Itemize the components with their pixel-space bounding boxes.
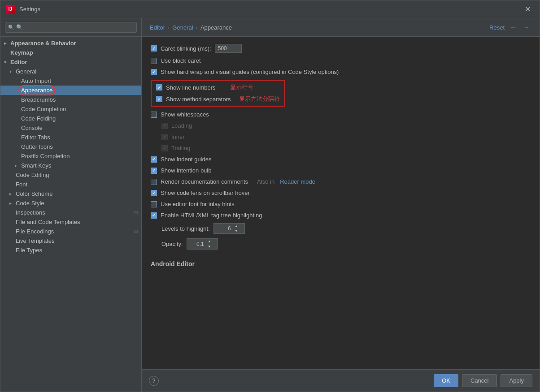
sidebar-item-auto-import[interactable]: Auto Import [0,76,141,86]
enable-html-xml-checkbox[interactable] [151,212,157,219]
breadcrumb-general[interactable]: General [172,24,193,31]
sidebar-item-color-scheme[interactable]: Color Scheme [0,189,141,198]
trailing-checkbox[interactable] [161,145,168,151]
window-title: Settings [19,6,521,13]
use-block-caret-label: Use block caret [161,57,201,64]
render-doc-comments-row: Render documentation comments Also in Re… [151,178,531,185]
show-indent-guides-row: Show indent guides [151,156,531,163]
title-bar: IJ Settings ✕ [0,0,540,18]
sidebar-item-postfix-completion[interactable]: Postfix Completion [0,151,141,161]
main-panel: Editor › General › Appearance Reset ← → … [142,18,540,392]
sidebar-item-label: Font [16,181,27,188]
show-method-separators-checkbox[interactable] [156,96,162,102]
sidebar-item-label: Code Editing [16,172,49,178]
reset-button[interactable]: Reset [489,24,505,31]
sidebar-item-general[interactable]: General [0,67,141,76]
breadcrumb-current: Appearance [200,24,232,31]
show-line-numbers-checkbox[interactable] [156,84,162,90]
reader-mode-link[interactable]: Reader mode [280,178,315,185]
sidebar-item-label: Gutter Icons [21,143,53,150]
sidebar-item-appearance-behavior[interactable]: Appearance & Behavior [0,39,141,48]
leading-checkbox[interactable] [161,123,168,129]
opacity-down-button[interactable]: ▼ [206,244,213,249]
show-indent-guides-wrap: Show indent guides [151,156,211,163]
leading-row: Leading [161,122,531,129]
sidebar-item-file-encodings[interactable]: File Encodings ⊡ [0,227,141,236]
show-code-lens-checkbox[interactable] [151,190,157,196]
also-in-label: Also in [257,178,274,185]
render-doc-comments-checkbox[interactable] [151,179,157,185]
show-indent-guides-label: Show indent guides [161,156,211,163]
breadcrumb-editor[interactable]: Editor [150,24,165,31]
sidebar-item-label: File and Code Templates [16,219,80,225]
levels-label: Levels to highlight: [161,225,210,232]
nav-forward-button[interactable]: → [522,23,531,32]
sidebar-item-breadcrumbs[interactable]: Breadcrumbs [0,95,141,104]
arrow-icon [9,69,14,74]
sidebar-item-file-types[interactable]: File Types [0,246,141,255]
close-button[interactable]: ✕ [521,3,534,15]
caret-blinking-checkbox[interactable] [151,45,157,52]
show-code-lens-wrap: Show code lens on scrollbar hover [151,190,250,196]
sidebar-item-console[interactable]: Console [0,123,141,133]
apply-button[interactable]: Apply [501,374,532,387]
show-intention-bulb-checkbox[interactable] [151,168,157,174]
enable-html-xml-wrap: Enable HTML/XML tag tree highlighting [151,212,262,219]
sidebar-item-code-completion[interactable]: Code Completion [0,104,141,114]
show-whitespaces-checkbox[interactable] [151,112,157,118]
use-editor-font-checkbox[interactable] [151,201,157,207]
opacity-label: Opacity: [161,241,183,247]
annotation-method-separators: 显示方法分隔符 [239,95,280,103]
inner-label: Inner [171,134,185,140]
show-intention-bulb-wrap: Show intention bulb [151,167,211,174]
sidebar-item-label: Code Folding [21,115,56,122]
sidebar-item-label: File Types [16,247,42,254]
levels-up-button[interactable]: ▲ [233,224,240,228]
sidebar-item-label: Appearance [21,87,52,94]
sidebar-item-code-style[interactable]: Code Style [0,198,141,208]
opacity-spinner-buttons: ▲ ▼ [206,239,213,249]
opacity-spinner: ▲ ▼ [187,238,218,249]
sidebar-item-label: Code Style [16,200,44,207]
help-button[interactable]: ? [149,376,159,386]
breadcrumb-sep-1: › [168,24,170,31]
caret-blinking-input[interactable] [215,44,242,53]
sidebar-item-font[interactable]: Font [0,180,141,189]
trailing-label: Trailing [171,145,190,151]
inner-checkbox[interactable] [161,134,168,140]
trailing-wrap: Trailing [161,145,190,151]
use-block-caret-checkbox[interactable] [151,58,157,64]
settings-content: Caret blinking (ms): Use block caret Sh [142,37,540,369]
sidebar-item-label: Appearance & Behavior [10,40,76,47]
show-hard-wrap-checkbox[interactable] [151,69,157,75]
levels-input[interactable] [214,224,233,233]
main-content: 🔍 Appearance & Behavior Keymap [0,18,540,392]
opacity-input[interactable] [187,240,206,248]
nav-back-button[interactable]: ← [508,23,518,32]
sidebar-item-code-editing[interactable]: Code Editing [0,170,141,180]
breadcrumb-actions: Reset ← → [489,23,531,32]
levels-down-button[interactable]: ▼ [233,228,240,233]
sidebar-item-editor[interactable]: Editor [0,57,141,67]
logo-text: IJ [9,7,12,12]
sidebar-item-code-folding[interactable]: Code Folding [0,114,141,123]
opacity-up-button[interactable]: ▲ [206,239,213,244]
sidebar-item-inspections[interactable]: Inspections ⊡ [0,208,141,217]
cancel-button[interactable]: Cancel [462,374,497,387]
show-indent-guides-checkbox[interactable] [151,156,157,163]
sidebar-item-editor-tabs[interactable]: Editor Tabs [0,133,141,142]
search-input[interactable] [5,22,137,33]
levels-row: Levels to highlight: ▲ ▼ [161,223,531,234]
sidebar-item-keymap[interactable]: Keymap [0,48,141,57]
sidebar-item-file-code-templates[interactable]: File and Code Templates [0,217,141,227]
inner-wrap: Inner [161,134,185,140]
enable-html-xml-label: Enable HTML/XML tag tree highlighting [161,212,262,219]
sidebar-item-label: General [16,68,36,75]
sidebar-item-gutter-icons[interactable]: Gutter Icons [0,142,141,151]
arrow-icon [4,41,9,46]
android-editor-title: Android Editor [151,260,195,267]
sidebar-item-smart-keys[interactable]: Smart Keys [0,161,141,170]
sidebar-item-live-templates[interactable]: Live Templates [0,236,141,246]
sidebar-item-appearance[interactable]: Appearance [0,86,141,95]
ok-button[interactable]: OK [434,374,458,387]
